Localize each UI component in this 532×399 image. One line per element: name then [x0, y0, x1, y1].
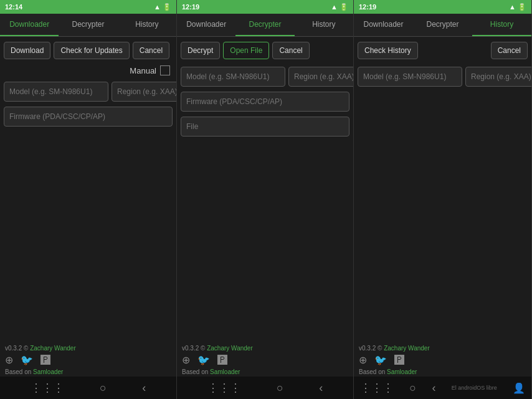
model-input-1[interactable]: [4, 82, 108, 102]
cancel-button-1[interactable]: Cancel: [133, 42, 169, 59]
tab-downloader-1[interactable]: Downloader: [0, 14, 59, 36]
region-input-1[interactable]: [112, 82, 177, 102]
avatar-icon: 👤: [513, 382, 525, 394]
panel-decrypter: 12:19 ▲ 🔋 Downloader Decrypter History D…: [177, 0, 354, 399]
author-link-1[interactable]: Zachary Wander: [30, 345, 76, 352]
cancel-button-3[interactable]: Cancel: [491, 42, 528, 59]
home-icon-3[interactable]: ○: [409, 382, 416, 395]
version-text-2: v0.3.2 ©: [182, 345, 207, 352]
home-icon-2[interactable]: ○: [277, 382, 283, 395]
version-text-3: v0.3.2 ©: [359, 345, 384, 352]
back-icon-2[interactable]: ‹: [319, 382, 323, 395]
tab-history-2[interactable]: History: [295, 14, 353, 36]
download-button[interactable]: Download: [4, 42, 50, 59]
based-on-row-3: Based on Samloader: [359, 368, 526, 375]
footer-icons-1: ⊕ 🐦 🅿: [5, 352, 171, 368]
menu-icon-2[interactable]: ⋮⋮⋮: [207, 381, 241, 395]
region-input-2[interactable]: [288, 67, 354, 87]
author-link-3[interactable]: Zachary Wander: [384, 345, 430, 352]
tab-history-1[interactable]: History: [118, 14, 176, 36]
status-bar-2: 12:19 ▲ 🔋: [177, 0, 353, 14]
signal-icon-3: ▲: [509, 3, 516, 11]
footer-icons-2: ⊕ 🐦 🅿: [182, 352, 348, 368]
status-time-2: 12:19: [182, 3, 199, 11]
model-region-row-2: [177, 64, 353, 89]
button-row-2: Decrypt Open File Cancel: [177, 37, 353, 64]
menu-icon-3[interactable]: ⋮⋮⋮: [360, 381, 394, 395]
footer-1: v0.3.2 © Zachary Wander ⊕ 🐦 🅿 Based on S…: [0, 341, 176, 377]
status-time-3: 12:19: [359, 3, 376, 11]
battery-icon: 🔋: [163, 3, 171, 11]
cancel-button-2[interactable]: Cancel: [272, 42, 309, 59]
check-updates-button[interactable]: Check for Updates: [54, 42, 129, 59]
twitter-icon-1[interactable]: 🐦: [21, 354, 33, 366]
based-on-row-2: Based on Samloader: [182, 368, 348, 375]
manual-checkbox[interactable]: [160, 65, 170, 75]
content-area-3: [354, 89, 531, 341]
firmware-input-1[interactable]: [4, 107, 173, 127]
region-input-3[interactable]: [465, 67, 532, 87]
tab-downloader-2[interactable]: Downloader: [177, 14, 235, 36]
github-icon-1[interactable]: ⊕: [5, 354, 13, 366]
patreon-icon-1[interactable]: 🅿: [40, 355, 50, 366]
nav-bar-2: ⋮⋮⋮ ○ ‹: [177, 377, 353, 399]
tab-decrypter-2[interactable]: Decrypter: [235, 14, 294, 36]
github-icon-3[interactable]: ⊕: [359, 354, 367, 366]
footer-icons-3: ⊕ 🐦 🅿: [359, 352, 526, 368]
back-icon-3[interactable]: ‹: [432, 382, 435, 395]
back-icon-1[interactable]: ‹: [142, 382, 146, 395]
status-bar-1: 12:14 ▲ 🔋: [0, 0, 176, 14]
based-on-row-1: Based on Samloader: [5, 368, 171, 375]
model-input-3[interactable]: [358, 67, 462, 87]
twitter-icon-3[interactable]: 🐦: [374, 354, 387, 366]
panel-downloader: 12:14 ▲ 🔋 Downloader Decrypter History D…: [0, 0, 177, 399]
button-row-3: Check History Cancel: [354, 37, 531, 64]
battery-icon-2: 🔋: [340, 3, 348, 11]
tab-decrypter-3[interactable]: Decrypter: [413, 14, 472, 36]
file-input-2[interactable]: [181, 117, 349, 137]
home-icon-1[interactable]: ○: [100, 382, 107, 395]
nav-bar-1: ⋮⋮⋮ ○ ‹: [0, 377, 176, 399]
check-history-button[interactable]: Check History: [358, 42, 418, 59]
based-on-label-2: Based on: [182, 368, 210, 375]
samloader-link-3[interactable]: Samloader: [387, 368, 417, 375]
status-bar-3: 12:19 ▲ 🔋: [354, 0, 531, 14]
model-input-2[interactable]: [181, 67, 285, 87]
firmware-input-2[interactable]: [181, 92, 349, 112]
model-region-row-3: [354, 64, 531, 89]
samloader-link-1[interactable]: Samloader: [33, 368, 63, 375]
decrypt-button[interactable]: Decrypt: [181, 42, 220, 59]
battery-icon-3: 🔋: [518, 3, 526, 11]
patreon-icon-2[interactable]: 🅿: [217, 355, 227, 366]
footer-2: v0.3.2 © Zachary Wander ⊕ 🐦 🅿 Based on S…: [177, 341, 353, 377]
status-time-1: 12:14: [5, 3, 22, 11]
status-icons-1: ▲ 🔋: [154, 3, 171, 11]
signal-icon-2: ▲: [331, 3, 338, 11]
signal-icon: ▲: [154, 3, 161, 11]
based-on-label-3: Based on: [359, 368, 387, 375]
based-on-label-1: Based on: [5, 368, 33, 375]
tab-bar-3: Downloader Decrypter History: [354, 14, 531, 37]
tab-bar-2: Downloader Decrypter History: [177, 14, 353, 37]
tab-decrypter-1[interactable]: Decrypter: [59, 14, 117, 36]
button-row-1: Download Check for Updates Cancel: [0, 37, 176, 64]
version-text-1: v0.3.2 ©: [5, 345, 30, 352]
status-icons-3: ▲ 🔋: [509, 3, 526, 11]
manual-label: Manual: [130, 66, 156, 75]
tab-bar-1: Downloader Decrypter History: [0, 14, 176, 37]
status-icons-2: ▲ 🔋: [331, 3, 348, 11]
content-area-1: [0, 129, 176, 341]
open-file-button[interactable]: Open File: [223, 42, 269, 59]
tab-history-3[interactable]: History: [472, 14, 531, 36]
github-icon-2[interactable]: ⊕: [182, 354, 190, 366]
el-androidos-label: El androidOS libre: [452, 385, 497, 391]
manual-row: Manual: [0, 64, 176, 79]
model-region-row-1: [0, 79, 176, 104]
patreon-icon-3[interactable]: 🅿: [394, 355, 404, 366]
author-link-2[interactable]: Zachary Wander: [207, 345, 253, 352]
nav-bar-3: ⋮⋮⋮ ○ ‹ El androidOS libre 👤: [354, 377, 531, 399]
twitter-icon-2[interactable]: 🐦: [197, 354, 210, 366]
menu-icon-1[interactable]: ⋮⋮⋮: [31, 381, 64, 395]
samloader-link-2[interactable]: Samloader: [210, 368, 240, 375]
tab-downloader-3[interactable]: Downloader: [354, 14, 413, 36]
